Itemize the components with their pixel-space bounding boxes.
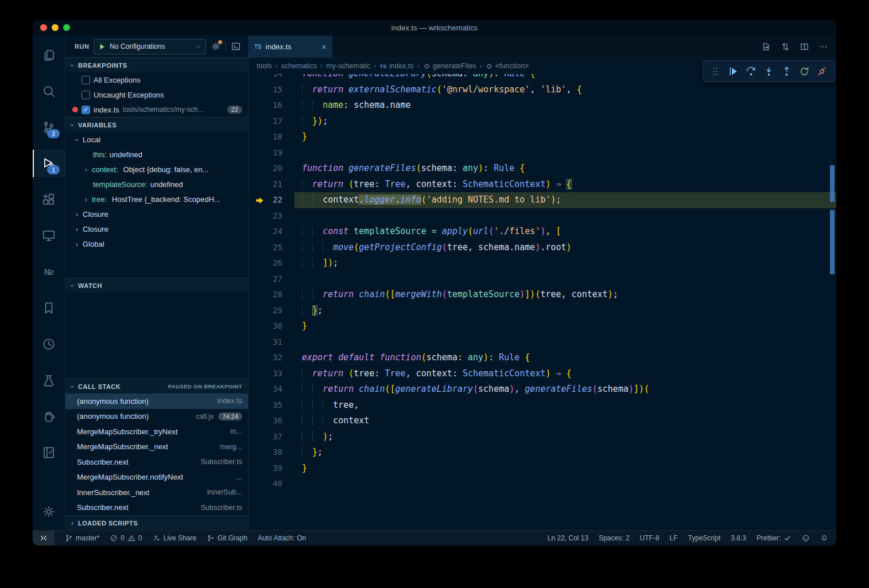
activity-bar-test-explorer[interactable] — [33, 367, 65, 394]
activity-bar-run-debug[interactable]: 1 — [33, 150, 65, 177]
variable-item[interactable]: ›context:Object {debug: false, en... — [65, 162, 248, 177]
line-gutter[interactable]: 16 — [249, 98, 294, 114]
activity-bar-code-time[interactable] — [33, 330, 65, 358]
configure-gear-icon[interactable] — [211, 41, 221, 52]
activity-bar-manage[interactable] — [33, 498, 65, 525]
variables-scope-local[interactable]: ›Local — [65, 132, 248, 147]
line-gutter[interactable]: 19 — [249, 145, 294, 161]
activity-bar-bookmarks[interactable] — [33, 294, 65, 322]
open-changes-icon[interactable] — [762, 42, 771, 52]
line-gutter[interactable]: 25 — [249, 240, 294, 256]
activity-bar-explorer[interactable] — [33, 41, 65, 69]
tab-index-ts[interactable]: TS index.ts × — [249, 36, 332, 57]
breakpoint-checkbox[interactable] — [82, 76, 90, 84]
activity-bar-search[interactable] — [33, 77, 65, 105]
variable-item[interactable]: this:undefined — [65, 147, 248, 162]
line-gutter[interactable]: 37 — [249, 429, 294, 445]
debug-config-dropdown[interactable]: No Configurations — [94, 39, 206, 54]
watch-header[interactable]: › WATCH — [65, 278, 248, 293]
loaded-scripts-header[interactable]: › LOADED SCRIPTS — [65, 515, 248, 530]
variables-scope-closure[interactable]: ›Closure — [65, 221, 248, 236]
status-indentation[interactable]: Spaces: 2 — [599, 534, 629, 542]
breadcrumb-item[interactable]: schematics — [281, 62, 317, 70]
activity-bar-source-control[interactable]: 3 — [33, 114, 65, 141]
breadcrumb-item[interactable]: generateFiles — [423, 62, 476, 70]
status-typescript-version[interactable]: 3.8.3 — [731, 534, 746, 542]
call-stack-frame[interactable]: (anonymous function)index.ts — [65, 394, 248, 409]
status-auto-attach[interactable]: Auto Attach: On — [258, 534, 306, 542]
status-notifications[interactable] — [820, 534, 828, 542]
activity-bar-nx-console[interactable]: N≥ — [33, 258, 65, 286]
start-debug-icon[interactable] — [98, 42, 106, 51]
continue-button[interactable] — [726, 64, 741, 79]
restart-button[interactable] — [797, 64, 812, 79]
line-gutter[interactable]: 34 — [249, 381, 294, 398]
code-editor[interactable]: 14function generateLibrary(schema: any):… — [249, 74, 836, 530]
line-gutter[interactable]: 36 — [249, 413, 294, 429]
status-feedback[interactable] — [802, 534, 810, 542]
line-gutter[interactable]: 28 — [249, 287, 294, 303]
overview-ruler[interactable] — [828, 74, 836, 530]
breakpoint-item[interactable]: index.tstools/schematics/my-sch...22 — [65, 102, 248, 117]
line-gutter[interactable]: 23 — [249, 208, 294, 224]
close-tab-icon[interactable]: × — [321, 42, 327, 51]
line-gutter[interactable]: 20 — [249, 161, 294, 177]
breadcrumb-item[interactable]: TSindex.ts — [380, 62, 414, 70]
titlebar[interactable]: index.ts — wrkschematics — [33, 20, 836, 36]
line-gutter[interactable]: 32 — [249, 350, 294, 366]
breakpoint-checkbox[interactable] — [82, 106, 90, 114]
step-out-button[interactable] — [779, 64, 794, 79]
line-gutter[interactable]: 30 — [249, 318, 294, 334]
step-over-button[interactable] — [743, 64, 759, 79]
call-stack-frame[interactable]: (anonymous function)call.js74:24 — [65, 409, 248, 425]
call-stack-frame[interactable]: MergeMapSubscriber._nextmerg... — [65, 439, 248, 455]
disconnect-button[interactable] — [814, 64, 830, 79]
minimize-window-button[interactable] — [52, 24, 59, 31]
status-eol[interactable]: LF — [670, 534, 678, 542]
line-gutter[interactable]: 26 — [249, 255, 294, 271]
call-stack-frame[interactable]: MergeMapSubscriber.notifyNext... — [65, 470, 248, 485]
breakpoint-item[interactable]: All Exceptions — [65, 72, 248, 87]
status-cursor-position[interactable]: Ln 22, Col 13 — [548, 534, 588, 542]
step-into-button[interactable] — [761, 64, 777, 79]
line-gutter[interactable]: 38 — [249, 445, 294, 461]
breadcrumb-item[interactable]: my-schematic — [326, 62, 370, 70]
call-stack-header[interactable]: › CALL STACK PAUSED ON BREAKPOINT — [65, 379, 248, 394]
status-live-share[interactable]: Live Share — [153, 534, 196, 542]
call-stack-frame[interactable]: Subscriber.nextSubscriber.ts — [65, 454, 248, 470]
status-git-graph[interactable]: Git Graph — [207, 534, 247, 542]
breakpoints-header[interactable]: › BREAKPOINTS — [65, 57, 248, 72]
line-gutter[interactable]: 14 — [249, 74, 294, 82]
status-git-branch[interactable]: master* — [65, 534, 99, 542]
line-gutter[interactable]: 21 — [249, 177, 294, 193]
status-encoding[interactable]: UTF-8 — [640, 534, 659, 542]
breadcrumb-item[interactable]: tools — [257, 62, 271, 70]
variables-scope-global[interactable]: ›Global — [65, 236, 248, 251]
zoom-window-button[interactable] — [63, 24, 70, 31]
more-actions-icon[interactable] — [818, 42, 828, 52]
line-gutter[interactable]: 33 — [249, 366, 294, 382]
call-stack-frame[interactable]: InnerSubscriber._nextInnerSub... — [65, 485, 248, 500]
drag-handle[interactable] — [708, 64, 723, 79]
activity-bar-gitlens[interactable] — [33, 439, 65, 466]
compare-changes-icon[interactable] — [781, 42, 790, 52]
debug-console-icon[interactable] — [231, 41, 241, 52]
activity-bar-remote-explorer[interactable] — [33, 222, 65, 250]
variable-item[interactable]: ›tree:HostTree {_backend: ScopedH... — [65, 192, 248, 207]
line-gutter[interactable]: 29 — [249, 303, 294, 319]
call-stack-frame[interactable]: MergeMapSubscriber._tryNextm... — [65, 424, 248, 439]
breakpoint-checkbox[interactable] — [82, 91, 90, 99]
line-gutter[interactable]: 22 — [249, 192, 294, 208]
status-remote-indicator[interactable] — [33, 531, 55, 546]
line-gutter[interactable]: 39 — [249, 461, 294, 477]
variables-header[interactable]: › VARIABLES — [65, 117, 248, 132]
status-language-mode[interactable]: TypeScript — [688, 534, 721, 542]
activity-bar-docker[interactable] — [33, 403, 65, 430]
line-gutter[interactable]: 18 — [249, 129, 294, 145]
line-gutter[interactable]: 31 — [249, 334, 294, 351]
line-gutter[interactable]: 27 — [249, 271, 294, 287]
close-window-button[interactable] — [40, 24, 47, 31]
split-editor-icon[interactable] — [800, 42, 809, 52]
breadcrumb-item[interactable]: <function> — [486, 62, 529, 70]
status-prettier[interactable]: Prettier: — [757, 534, 792, 542]
